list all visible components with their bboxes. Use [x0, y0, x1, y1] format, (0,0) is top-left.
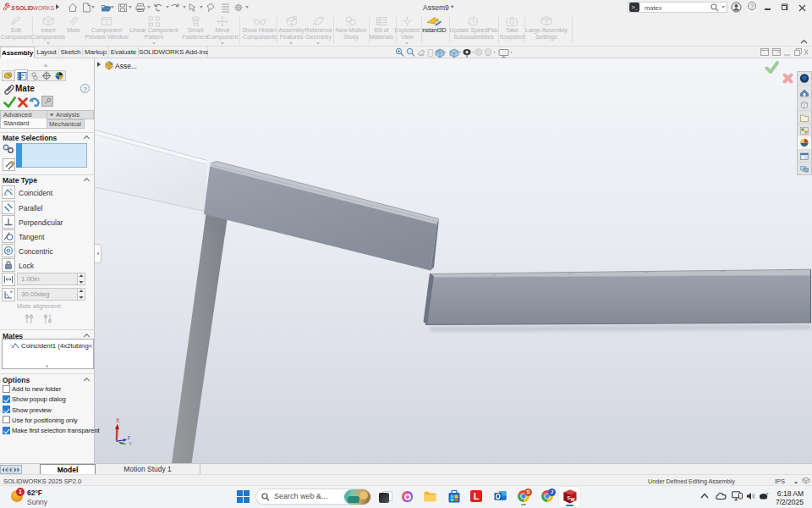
svg-text:z: z — [128, 434, 130, 440]
svg-text:Y: Y — [129, 441, 132, 446]
svg-text:X: X — [116, 417, 120, 423]
svg-text:SOLID: SOLID — [16, 5, 34, 11]
svg-text:WORKS: WORKS — [33, 5, 55, 11]
svg-text:W: W — [571, 497, 576, 502]
svg-text:S: S — [11, 4, 15, 12]
